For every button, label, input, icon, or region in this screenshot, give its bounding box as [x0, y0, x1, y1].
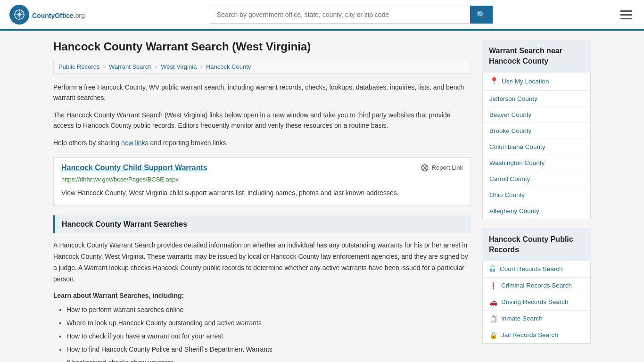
breadcrumb-public-records[interactable]: Public Records	[58, 63, 99, 70]
nearby-county-item[interactable]: Washington County	[483, 155, 590, 171]
main-content: Hancock County Warrant Search (West Virg…	[53, 40, 471, 362]
list-item: If background checks show warrants	[66, 356, 471, 362]
record-icon: 📋	[489, 315, 497, 322]
breadcrumb: Public Records > Warrant Search > West V…	[53, 60, 471, 74]
nearby-county-link[interactable]: Jefferson County	[483, 91, 590, 107]
public-record-item[interactable]: ❗Criminal Records Search	[483, 278, 590, 294]
nearby-county-item[interactable]: Columbiana County	[483, 139, 590, 155]
sidebar: Warrant Search near Hancock County 📍 Use…	[482, 40, 591, 362]
list-item: How to perform warrant searches online	[66, 303, 471, 316]
menu-icon[interactable]	[618, 8, 635, 22]
nearby-county-link[interactable]: Allegheny County	[483, 203, 590, 219]
nearby-county-link[interactable]: Carroll County	[483, 171, 590, 187]
nearby-section-header: Warrant Search near Hancock County	[482, 40, 591, 73]
body-text: A Hancock County Warrant Search provides…	[53, 240, 471, 285]
record-card-url[interactable]: https://dhhr.wv.gov/bcse/Pages/BCSE.aspx	[54, 175, 471, 187]
public-record-link[interactable]: 🏛Court Records Search	[483, 261, 590, 277]
nearby-county-link[interactable]: Beaver County	[483, 107, 590, 123]
nearby-county-link[interactable]: Brooke County	[483, 123, 590, 139]
record-label: Inmate Search	[501, 315, 543, 322]
report-link-button[interactable]: Report Link	[421, 164, 463, 172]
learn-heading: Learn about Warrant Searches, including:	[53, 292, 471, 299]
nearby-title: Warrant Search near Hancock County	[489, 46, 584, 67]
intro-paragraph-1: Perform a free Hancock County, WV public…	[53, 82, 471, 103]
record-card: Hancock County Child Support Warrants Re…	[53, 157, 471, 206]
record-icon: 🚗	[489, 298, 497, 306]
site-header: CountyOffice.org 🔍	[0, 0, 644, 31]
logo-text: CountyOffice.org	[32, 9, 85, 20]
public-record-item[interactable]: 🔒Jail Records Search	[483, 327, 590, 343]
record-icon: 🔒	[489, 331, 497, 339]
public-records-title: Hancock County Public Records	[489, 234, 584, 255]
public-record-link[interactable]: 📋Inmate Search	[483, 311, 590, 327]
list-item: How to check if you have a warrant out f…	[66, 329, 471, 343]
nearby-county-link[interactable]: Ohio County	[483, 187, 590, 203]
nearby-county-item[interactable]: Jefferson County	[483, 91, 590, 107]
nearby-counties-list: 📍 Use My Location Jefferson CountyBeaver…	[482, 73, 591, 219]
public-records-list: 🏛Court Records Search❗Criminal Records S…	[482, 261, 591, 344]
breadcrumb-west-virginia[interactable]: West Virginia	[161, 63, 197, 70]
breadcrumb-warrant-search[interactable]: Warrant Search	[109, 63, 152, 70]
nearby-county-item[interactable]: Carroll County	[483, 171, 590, 187]
record-card-title[interactable]: Hancock County Child Support Warrants	[61, 164, 207, 172]
public-record-item[interactable]: 🏛Court Records Search	[483, 261, 590, 278]
intro-paragraph-3: Help others by sharing new links and rep…	[53, 138, 471, 148]
list-item: How to find Hancock County Police and Sh…	[66, 343, 471, 356]
use-my-location-item[interactable]: 📍 Use My Location	[483, 73, 590, 91]
record-card-description: View Hancock County, West Virginia child…	[54, 187, 471, 206]
logo[interactable]: CountyOffice.org	[9, 5, 85, 25]
page-container: Hancock County Warrant Search (West Virg…	[44, 31, 600, 362]
nearby-county-item[interactable]: Beaver County	[483, 107, 590, 123]
search-input[interactable]	[210, 6, 470, 24]
nearby-county-link[interactable]: Columbiana County	[483, 139, 590, 155]
record-label: Criminal Records Search	[501, 282, 572, 289]
record-label: Court Records Search	[500, 265, 563, 272]
nearby-county-item[interactable]: Allegheny County	[483, 203, 590, 219]
public-record-item[interactable]: 🚗Driving Records Search	[483, 294, 590, 311]
use-my-location-link[interactable]: 📍 Use My Location	[483, 73, 590, 90]
record-label: Driving Records Search	[501, 298, 569, 305]
learn-list: How to perform warrant searches onlineWh…	[53, 303, 471, 362]
public-record-item[interactable]: 📋Inmate Search	[483, 311, 590, 327]
intro-paragraph-2: The Hancock County Warrant Search (West …	[53, 110, 471, 131]
record-icon: ❗	[489, 282, 497, 289]
search-button[interactable]: 🔍	[470, 6, 493, 24]
section-heading: Hancock County Warrant Searches	[53, 215, 471, 233]
record-label: Jail Records Search	[501, 331, 558, 338]
search-bar: 🔍	[210, 6, 493, 24]
report-icon	[421, 164, 429, 172]
nearby-county-link[interactable]: Washington County	[483, 155, 590, 171]
nearby-county-item[interactable]: Brooke County	[483, 123, 590, 139]
new-links-link[interactable]: new links	[121, 139, 149, 147]
public-record-link[interactable]: ❗Criminal Records Search	[483, 278, 590, 294]
page-title: Hancock County Warrant Search (West Virg…	[53, 40, 471, 53]
location-icon: 📍	[489, 77, 499, 86]
list-item: Where to look up Hancock County outstand…	[66, 316, 471, 329]
public-records-section-header: Hancock County Public Records	[482, 229, 591, 261]
breadcrumb-hancock-county[interactable]: Hancock County	[206, 63, 251, 70]
public-record-link[interactable]: 🚗Driving Records Search	[483, 294, 590, 310]
record-icon: 🏛	[489, 265, 496, 273]
public-record-link[interactable]: 🔒Jail Records Search	[483, 327, 590, 343]
logo-icon	[9, 5, 29, 25]
nearby-county-item[interactable]: Ohio County	[483, 187, 590, 203]
